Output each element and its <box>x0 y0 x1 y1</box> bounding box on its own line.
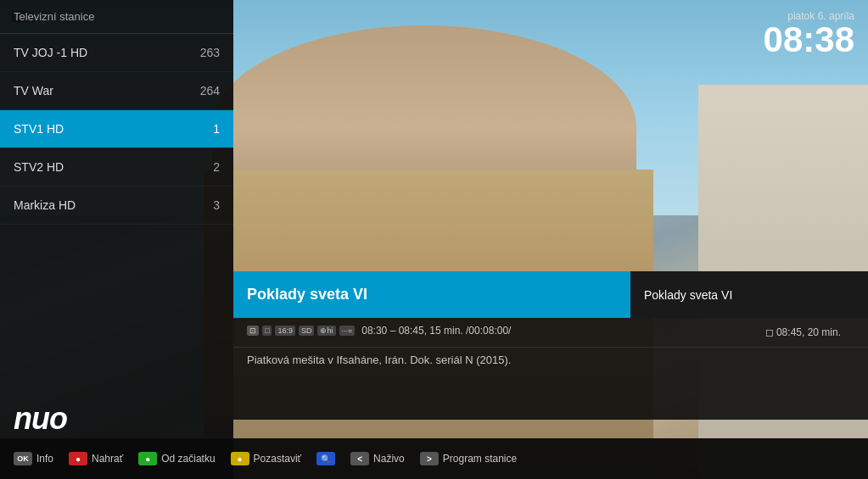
icon-hi: ⊕hi <box>317 326 335 336</box>
nuo-logo-area: nuo <box>14 401 67 437</box>
btn-record-label: Nahrať <box>92 453 123 465</box>
channel-number: 263 <box>200 46 220 59</box>
btn-live-label: Naživo <box>373 453 405 465</box>
next-key-icon: > <box>420 452 439 465</box>
channel-panel-header: Televizní stanice <box>0 0 233 34</box>
channel-name: STV2 HD <box>14 160 64 174</box>
channel-name: STV1 HD <box>14 122 64 136</box>
btn-live[interactable]: < Naživo <box>350 452 405 465</box>
btn-from-start[interactable]: ● Od začiatku <box>138 452 215 465</box>
btn-program[interactable]: > Program stanice <box>420 452 517 465</box>
next-show-title: Poklady sveta VI <box>644 288 732 302</box>
next-show-block: Poklady sveta VI <box>630 271 868 318</box>
channel-item-tv-joj[interactable]: TV JOJ -1 HD 263 <box>0 34 233 72</box>
btn-pause-label: Pozastaviť <box>254 453 302 465</box>
btn-info-label: Info <box>36 453 53 465</box>
current-show-title: Poklady sveta VI <box>247 286 367 304</box>
clock-time: 08:38 <box>764 22 854 58</box>
current-show-block: Poklady sveta VI <box>233 271 630 318</box>
ok-key-icon: OK <box>14 452 32 465</box>
icon-16-9: 16:9 <box>275 326 295 336</box>
info-details: ⊡ □ 16:9 SD ⊕hi ···= 08:30 – 08:45, 15 m… <box>233 318 868 348</box>
info-panel: Poklady sveta VI Poklady sveta VI ⊡ □ 16… <box>233 271 868 420</box>
channel-item-markiza[interactable]: Markiza HD 3 <box>0 187 233 225</box>
icon-box: □ <box>262 326 272 336</box>
info-icons-row: ⊡ □ 16:9 SD ⊕hi ···= 08:30 – 08:45, 15 m… <box>247 325 854 337</box>
clock-area: piatok 6. apríla 08:38 <box>764 10 854 58</box>
nuo-logo: nuo <box>14 401 67 437</box>
next-time: ◻ 08:45, 20 min. <box>765 326 841 338</box>
channel-name: Markiza HD <box>14 198 76 212</box>
channel-item-stv1[interactable]: STV1 HD 1 <box>0 110 233 148</box>
channel-name: TV JOJ -1 HD <box>14 46 87 59</box>
red-key-icon: ● <box>69 452 87 465</box>
time-range: 08:30 – 08:45, 15 min. /00:08:00/ <box>361 325 511 337</box>
channel-name: TV War <box>14 84 53 97</box>
btn-record[interactable]: ● Nahrať <box>69 452 123 465</box>
channel-number: 264 <box>200 84 220 97</box>
btn-info[interactable]: OK Info <box>14 452 53 465</box>
green-key-icon: ● <box>138 452 157 465</box>
channel-number: 1 <box>213 122 220 136</box>
icon-rec: ⊡ <box>247 326 259 336</box>
channel-number: 3 <box>213 198 220 212</box>
channel-number: 2 <box>213 160 220 174</box>
icon-dots: ···= <box>339 326 356 336</box>
show-description: Piatková mešita v Ifsaháne, Irán. Dok. s… <box>233 348 868 373</box>
btn-from-start-label: Od začiatku <box>161 453 215 465</box>
blue-key-icon: 🔍 <box>316 452 335 465</box>
info-top-row: Poklady sveta VI Poklady sveta VI <box>233 271 868 318</box>
prev-key-icon: < <box>350 452 369 465</box>
bottom-bar: OK Info ● Nahrať ● Od začiatku ● Pozasta… <box>0 438 868 479</box>
btn-search[interactable]: 🔍 <box>316 452 335 465</box>
channel-item-stv2[interactable]: STV2 HD 2 <box>0 148 233 187</box>
icon-sd: SD <box>299 326 315 336</box>
channel-item-tv-war[interactable]: TV War 264 <box>0 72 233 110</box>
btn-program-label: Program stanice <box>443 453 517 465</box>
channel-panel: Televizní stanice TV JOJ -1 HD 263 TV Wa… <box>0 0 233 479</box>
btn-pause[interactable]: ● Pozastaviť <box>231 452 302 465</box>
yellow-key-icon: ● <box>231 452 249 465</box>
